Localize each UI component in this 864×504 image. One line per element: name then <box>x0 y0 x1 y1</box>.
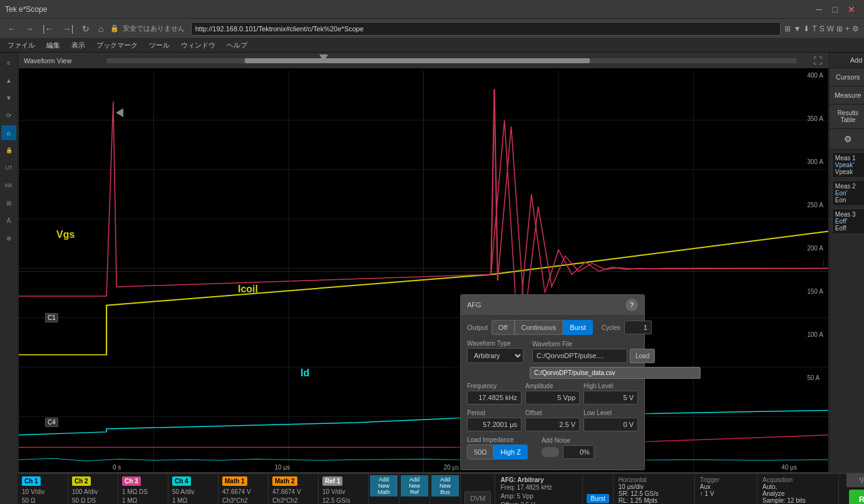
sidebar-btn-nk[interactable]: NK <box>1 178 16 193</box>
ext-icon-4[interactable]: S <box>820 24 825 33</box>
trigger-marker-top <box>319 54 328 62</box>
amplitude-input[interactable] <box>525 391 580 404</box>
ext-icon-5[interactable]: W <box>827 24 834 33</box>
add-new-ref-button[interactable]: Add New Ref <box>401 475 428 496</box>
home-button[interactable]: ⌂ <box>96 23 106 35</box>
url-bar[interactable] <box>191 22 781 36</box>
waveform-title-bar: Waveform View ⛶ <box>19 53 828 68</box>
sidebar-btn-up[interactable]: ▲ <box>1 73 16 88</box>
menu-bookmark[interactable]: ブックマーク <box>91 39 143 51</box>
acquisition-label: Acquisition <box>763 476 833 483</box>
afg-help-button[interactable]: ? <box>625 299 638 311</box>
y-50: 50 A <box>807 374 823 381</box>
ready-button[interactable]: Ready <box>849 490 864 505</box>
output-off-button[interactable]: Off <box>491 320 514 335</box>
menu-dots[interactable]: ⚙ <box>852 24 859 33</box>
last-button[interactable]: →| <box>60 23 76 35</box>
refresh-button[interactable]: ↻ <box>80 23 92 35</box>
dvm-button[interactable]: DVM <box>465 491 491 504</box>
ext-icon-2[interactable]: ▼ <box>793 24 801 33</box>
impedance-50-button[interactable]: 50Ω <box>467 445 493 460</box>
first-button[interactable]: |← <box>40 23 56 35</box>
sidebar-btn-plus[interactable]: ⊕ <box>1 230 16 245</box>
reset-ready-section: リセット Ready 13 Dec 2022 2:12:03 PM <box>839 474 864 504</box>
cycles-input[interactable] <box>624 321 652 334</box>
math2-info[interactable]: Math 2 47.6674 V Ch3*Ch2 <box>269 474 319 504</box>
forward-button[interactable]: → <box>23 23 36 35</box>
period-input[interactable] <box>467 418 522 431</box>
back-button[interactable]: ← <box>5 23 19 35</box>
waveform-file-group: Waveform File Load <box>532 341 655 363</box>
ch4-info[interactable]: Ch 4 50 A/div 1 MΩ 200 MHz <box>168 474 219 504</box>
menu-window[interactable]: ウィンドウ <box>176 39 220 51</box>
scroll-area[interactable] <box>106 58 797 63</box>
trigger-info[interactable]: Trigger Aux ↑ 1 V <box>695 474 758 504</box>
add-new-ref-buttons: Add New Ref <box>399 474 430 504</box>
acquisition-info[interactable]: Acquisition Auto, Analyze Sample: 12 bit… <box>758 474 839 504</box>
waveform-type-select[interactable]: Arbitrary <box>467 348 523 363</box>
x-10us: 10 μs <box>275 464 291 471</box>
sidebar-btn-refresh[interactable]: ⟳ <box>1 108 16 123</box>
math1-label: Math 1 <box>222 476 247 486</box>
cursors-button[interactable]: Cursors <box>830 68 864 86</box>
main-container: ≡ ▲ ▼ ⟳ ⌂ 🔒 UT NK ⊞ A ⊕ Waveform View <box>0 53 864 504</box>
output-continuous-button[interactable]: Continuous <box>515 320 563 335</box>
menu-view[interactable]: 表示 <box>66 39 90 51</box>
add-new-bus-button[interactable]: Add New Bus <box>431 475 459 496</box>
ext-icon-6[interactable]: ⊞ <box>836 24 843 33</box>
trigger-level: ↑ 1 V <box>700 490 752 497</box>
waveform-file-input[interactable] <box>532 349 627 363</box>
more-dots[interactable]: ⋮ <box>820 259 827 267</box>
sidebar-btn-grid[interactable]: ⊞ <box>1 195 16 210</box>
maximize-button[interactable]: □ <box>829 3 841 16</box>
ch1-vdiv: 10 V/div <box>22 488 64 496</box>
noise-toggle[interactable] <box>542 447 559 457</box>
add-new-math-button[interactable]: Add New Math <box>370 475 398 496</box>
menu-help[interactable]: ヘルプ <box>222 39 252 51</box>
math1-info[interactable]: Math 1 47.6674 V Ch3*Ch2 Meas 2 <box>219 474 269 504</box>
ext-icon-1[interactable]: ⊞ <box>784 24 791 33</box>
waveform-type-group: Waveform Type Arbitrary <box>467 340 523 363</box>
trigger-arrow <box>116 108 123 117</box>
math2-vdiv: 47.6674 V <box>272 488 314 496</box>
minimize-button[interactable]: ─ <box>813 3 826 16</box>
sidebar-btn-a[interactable]: A <box>1 213 16 228</box>
low-level-input[interactable] <box>584 418 638 431</box>
ext-icon-7[interactable]: + <box>845 24 850 33</box>
reset-button[interactable]: リセット <box>846 473 864 487</box>
sidebar-btn-ut[interactable]: UT <box>1 160 16 175</box>
ref1-info[interactable]: Ref 1 10 V/div 12.5 GS/s c1 wfm <box>319 474 369 504</box>
noise-input[interactable] <box>563 445 594 459</box>
afg-status-info[interactable]: AFG: Arbitrary Freq: 17.4825 kHz Amp: 5 … <box>495 474 583 504</box>
menu-tools[interactable]: ツール <box>144 39 175 51</box>
high-level-input[interactable] <box>584 391 638 404</box>
ch1-info[interactable]: Ch 1 10 V/div 50 Ω 1 GHz <box>18 474 68 504</box>
horizontal-time-div: 10 μs/div <box>619 483 689 490</box>
afg-dialog-body: Output Off Continuous Burst Cycles <box>461 315 644 470</box>
measure-button[interactable]: Measure <box>830 86 864 104</box>
expand-button[interactable]: ⛶ <box>813 56 822 66</box>
results-table-button[interactable]: Results Table <box>830 105 864 128</box>
output-burst-button[interactable]: Burst <box>563 320 593 335</box>
settings-icon-button[interactable]: ⚙ <box>830 129 864 149</box>
ch1-coupling: 50 Ω <box>22 496 64 504</box>
close-button[interactable]: ✕ <box>844 3 859 16</box>
menu-file[interactable]: ファイル <box>3 39 40 51</box>
sidebar-btn-1[interactable]: ≡ <box>1 55 16 70</box>
ch4-label: Ch 4 <box>172 476 191 486</box>
sidebar-btn-down[interactable]: ▼ <box>1 90 16 105</box>
impedance-high-z-button[interactable]: High Z <box>493 445 527 460</box>
load-button[interactable]: Load <box>630 349 655 363</box>
offset-input[interactable] <box>525 418 580 431</box>
ch3-info[interactable]: Ch 3 1 MΩ DS 1 MΩ 100 MHz <box>118 474 168 504</box>
waveform-container[interactable]: Waveform View ⛶ <box>18 53 829 473</box>
frequency-input[interactable] <box>467 391 522 404</box>
sidebar-btn-lock[interactable]: 🔒 <box>1 143 16 158</box>
download-icon[interactable]: ⬇ <box>803 24 810 33</box>
meas2-values: Eon 2.299 mJ <box>835 197 864 203</box>
sidebar-btn-home[interactable]: ⌂ <box>1 125 16 140</box>
menu-edit[interactable]: 編集 <box>41 39 65 51</box>
ch2-info[interactable]: Ch 2 100 A/div 50 Ω DS 50 A/div <box>68 474 118 504</box>
ext-icon-3[interactable]: T <box>812 24 816 33</box>
horizontal-info[interactable]: Horizontal 10 μs/div SR: 12.5 GS/s RL: 1… <box>614 474 695 504</box>
